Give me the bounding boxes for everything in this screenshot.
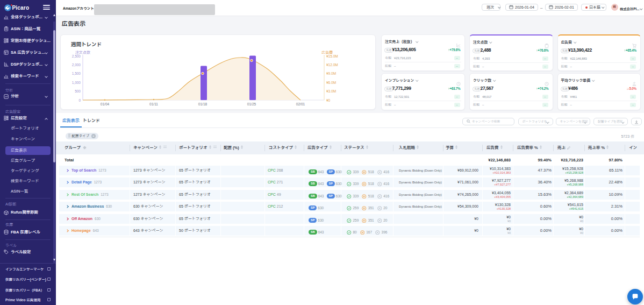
svg-text:01/11: 01/11 bbox=[149, 102, 158, 106]
svg-text:2,500: 2,500 bbox=[72, 54, 81, 58]
svg-text:¥0: ¥0 bbox=[326, 98, 331, 102]
svg-text:2,000: 2,000 bbox=[72, 63, 81, 67]
svg-text:¥12.0M: ¥12.0M bbox=[326, 63, 338, 67]
svg-text:¥6.0M: ¥6.0M bbox=[326, 81, 336, 84]
svg-text:0: 0 bbox=[78, 98, 81, 102]
svg-text:¥9.0M: ¥9.0M bbox=[326, 72, 336, 75]
svg-text:02/01: 02/01 bbox=[296, 102, 305, 106]
svg-text:01/18: 01/18 bbox=[198, 102, 207, 106]
svg-text:¥3.0M: ¥3.0M bbox=[326, 89, 336, 93]
svg-text:01/04: 01/04 bbox=[101, 102, 110, 106]
svg-text:1,500: 1,500 bbox=[72, 72, 81, 75]
svg-text:¥15.0M: ¥15.0M bbox=[326, 54, 338, 58]
svg-text:01/25: 01/25 bbox=[247, 102, 256, 106]
svg-text:500: 500 bbox=[75, 89, 81, 93]
svg-text:1,000: 1,000 bbox=[72, 81, 81, 84]
